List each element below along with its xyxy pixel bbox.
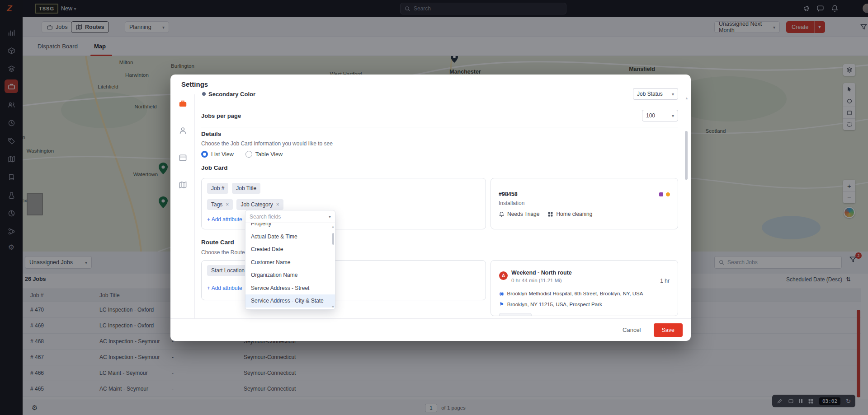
- radio-unselected-icon: [245, 151, 252, 158]
- chevron-down-icon: ▾: [672, 92, 674, 97]
- chevron-down-icon: ▾: [329, 214, 331, 219]
- attribute-field-dropdown: ▾ Property Actual Date & Time Created Da…: [245, 210, 335, 310]
- modal-title: Settings: [181, 80, 208, 88]
- card-layout-section-icon[interactable]: [177, 152, 188, 163]
- remove-chip-icon[interactable]: ×: [276, 201, 279, 208]
- secondary-color-label: Secondary Color: [208, 91, 255, 98]
- bell-icon: [499, 211, 505, 217]
- route-card-heading: Route Card: [201, 239, 234, 246]
- route-start-stop: ◉ Brooklyn Methodist Hospital, 6th Stree…: [499, 290, 643, 297]
- modal-scrollbar[interactable]: ▲: [685, 96, 688, 317]
- table-view-radio[interactable]: Table View: [245, 151, 283, 158]
- jobs-per-page-label: Jobs per page: [201, 112, 241, 119]
- scroll-up-icon[interactable]: ▲: [331, 225, 335, 228]
- chevron-down-icon: ▾: [672, 113, 674, 118]
- details-heading: Details: [201, 131, 221, 137]
- field-search[interactable]: ▾: [245, 210, 335, 223]
- job-card-heading: Job Card: [201, 164, 228, 171]
- route-marker-icon: A: [499, 271, 508, 280]
- end-flag-icon: ⚑: [499, 301, 504, 308]
- category-grid-icon: [547, 211, 553, 217]
- chip-job-number[interactable]: Job #: [207, 183, 228, 194]
- scroll-up-icon[interactable]: ▲: [685, 96, 688, 100]
- settings-modal: Settings Secondary Color Job Status▾ Job…: [170, 75, 691, 341]
- preview-job-title: Installation: [499, 200, 524, 206]
- modal-footer: Cancel Save: [170, 318, 691, 341]
- color-dot: [202, 92, 206, 96]
- job-card-builder: Job # Job Title Tags× Job Category× + Ad…: [201, 178, 486, 229]
- customer-section-icon[interactable]: [177, 125, 188, 136]
- jobs-per-page-select[interactable]: 100▾: [642, 110, 678, 121]
- remove-chip-icon[interactable]: ×: [226, 201, 229, 208]
- cancel-button[interactable]: Cancel: [623, 326, 641, 333]
- removable-chips: Tags× Job Category×: [207, 199, 283, 210]
- radio-selected-icon: [201, 151, 208, 158]
- chip-tags[interactable]: Tags×: [207, 199, 233, 210]
- field-option[interactable]: Actual Date & Time: [245, 230, 335, 243]
- list-view-radio[interactable]: List View: [201, 151, 234, 158]
- save-button[interactable]: Save: [654, 323, 683, 337]
- add-attribute-link[interactable]: + Add attribute: [207, 285, 242, 291]
- preview-job-number: #98458: [499, 191, 518, 197]
- field-option[interactable]: Service Address - Street: [245, 282, 335, 295]
- field-option-highlighted[interactable]: Service Address - City & State: [245, 294, 335, 308]
- route-card-preview: A Weekend - North route 0 hr 44 min (11.…: [491, 260, 678, 316]
- field-option[interactable]: Organization Name: [245, 269, 335, 282]
- modal-section-rail: [170, 94, 195, 318]
- start-location-icon: ◉: [499, 290, 504, 297]
- field-options-list: Property Actual Date & Time Created Date…: [245, 223, 335, 309]
- section-divider: [201, 127, 678, 127]
- view-mode-radios: List View Table View: [201, 151, 283, 158]
- route-duration: 1 hr: [660, 278, 670, 284]
- field-option[interactable]: Customer Name: [245, 256, 335, 269]
- map-section-icon[interactable]: [177, 179, 188, 190]
- job-card-preview: #98458 Installation Needs Triage Home cl…: [491, 178, 678, 229]
- add-attribute-link[interactable]: + Add attribute: [207, 216, 242, 223]
- scroll-down-icon[interactable]: ▼: [331, 305, 335, 308]
- field-option[interactable]: Property: [245, 223, 335, 230]
- route-summary: 0 hr 44 min (11.21 Mi): [511, 278, 562, 283]
- status-color-swatch: [659, 192, 663, 196]
- start-address: Brooklyn Methodist Hospital, 6th Street,…: [507, 291, 643, 296]
- route-card-builder: Start Location× + Add attribute: [201, 260, 486, 300]
- route-partial-item: [499, 313, 532, 316]
- route-name: Weekend - North route: [511, 270, 572, 276]
- details-description: Choose the Job Card information you woul…: [201, 140, 333, 147]
- field-search-input[interactable]: [250, 214, 329, 220]
- category-color-swatch: [666, 192, 670, 196]
- field-option[interactable]: Created Date: [245, 243, 335, 256]
- preview-status: Needs Triage: [507, 211, 539, 217]
- scrollbar-thumb[interactable]: [685, 131, 688, 180]
- route-card-description: Choose the Route: [201, 249, 245, 256]
- job-card-section-icon[interactable]: [177, 98, 188, 109]
- route-end-stop: ⚑ Brooklyn, NY 11215, USA, Prospect Park: [499, 301, 602, 308]
- fixed-chips: Job # Job Title: [207, 183, 260, 194]
- chip-job-title[interactable]: Job Title: [232, 183, 260, 194]
- preview-category: Home cleaning: [556, 211, 592, 217]
- preview-meta: Needs Triage Home cleaning: [499, 211, 592, 217]
- end-address: Brooklyn, NY 11215, USA, Prospect Park: [507, 302, 602, 307]
- dropdown-scrollbar[interactable]: [332, 233, 334, 245]
- secondary-color-select[interactable]: Job Status▾: [633, 88, 678, 100]
- chip-job-category[interactable]: Job Category×: [236, 199, 283, 210]
